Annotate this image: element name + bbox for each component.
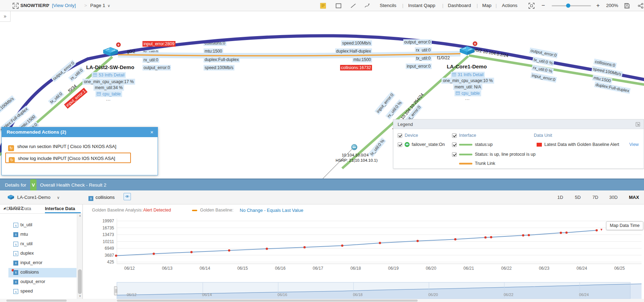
- sidebar-scrollbar[interactable]: ▲ ▼: [77, 213, 82, 299]
- popup-header[interactable]: Recommended Actions (2) ×: [2, 127, 158, 137]
- metric-item-rx_util[interactable]: s rx_util: [0, 240, 77, 249]
- page-chevron-icon[interactable]: ∨: [107, 0, 110, 11]
- alert-plus-badge[interactable]: +: [472, 41, 478, 46]
- svg-text:06/22: 06/22: [504, 293, 513, 297]
- metric-item-output_error[interactable]: x̄ output_error: [0, 277, 77, 287]
- share-icon[interactable]: [638, 3, 644, 9]
- svg-text:06/19: 06/19: [388, 266, 399, 271]
- zoom-slider-thumb[interactable]: [566, 4, 570, 8]
- save-icon[interactable]: [624, 3, 630, 9]
- menu-instant-qapp[interactable]: Instant Qapp: [408, 0, 435, 11]
- svg-text:6949: 6949: [105, 246, 114, 251]
- intfs-detail-link[interactable]: 31 Intfs Detail: [451, 72, 485, 78]
- intfs-detail-link[interactable]: 53 Intfs Detail: [92, 72, 126, 78]
- zoom-in-button[interactable]: +: [596, 0, 600, 11]
- device-more-dots[interactable]: ⋯: [106, 98, 112, 103]
- range-selector-handle[interactable]: [114, 286, 117, 295]
- metric-title: collisions: [95, 194, 115, 201]
- popup-title: Recommended Actions (2): [7, 129, 66, 135]
- green-line-swatch: [459, 144, 472, 146]
- fit-map-icon[interactable]: [13, 3, 19, 9]
- cpu-table-link[interactable]: cpu_table: [95, 91, 122, 97]
- device-more-dots[interactable]: ⋯: [465, 97, 471, 102]
- line-draw-icon[interactable]: [350, 3, 356, 9]
- scrollbar-thumb[interactable]: [117, 300, 418, 302]
- device-mem-label: mem_util:34 %: [93, 85, 124, 91]
- svg-text:06/23: 06/23: [539, 266, 549, 271]
- svg-text:06/15: 06/15: [237, 266, 248, 271]
- scrollbar-thumb[interactable]: [78, 269, 82, 294]
- svg-text:06/20: 06/20: [428, 293, 438, 297]
- menu-map[interactable]: Map: [482, 0, 491, 11]
- collapse-panel-toggle[interactable]: »: [0, 11, 11, 22]
- hsrp-node-icon[interactable]: [351, 144, 357, 150]
- menu-actions[interactable]: Actions: [502, 0, 517, 11]
- action-item[interactable]: ↻show run section INPUT [ Cisco IOS NXOS…: [5, 141, 155, 152]
- svg-text:06/12: 06/12: [127, 293, 137, 297]
- zoom-out-button[interactable]: −: [542, 0, 545, 11]
- svg-text:06/14: 06/14: [202, 293, 212, 297]
- range-7d[interactable]: 7D: [592, 194, 598, 201]
- menu-stencils[interactable]: Stencils: [380, 0, 396, 11]
- curve-connector-icon[interactable]: [364, 3, 370, 9]
- failover-checkbox[interactable]: [398, 142, 402, 147]
- metric-type-icon: x̄: [13, 280, 18, 284]
- cpu-table-link[interactable]: cpu_table: [454, 90, 481, 96]
- status-up-checkbox[interactable]: [452, 142, 457, 147]
- interface-tree-root[interactable]: f1/0/22: [9, 206, 23, 211]
- close-icon[interactable]: ×: [150, 127, 153, 137]
- metric-item-input_error[interactable]: x̄ input_error: [0, 259, 77, 268]
- metric-item-tx_util[interactable]: s tx_util: [0, 221, 77, 230]
- tree-expander-icon[interactable]: ◢: [3, 206, 6, 210]
- device-icon-la-core1[interactable]: [459, 46, 475, 57]
- show-on-map-eye-button[interactable]: [124, 193, 131, 200]
- eye-icon: [125, 195, 130, 198]
- device-name[interactable]: LA-Dist2-SW-Demo: [86, 64, 134, 70]
- menu-dashboard[interactable]: Dashboard: [448, 0, 471, 11]
- link-label-alert: input_error:2809: [142, 41, 175, 47]
- range-1d[interactable]: 1D: [557, 194, 563, 201]
- scroll-down-icon[interactable]: ▼: [79, 295, 81, 298]
- note-icon[interactable]: [320, 3, 326, 9]
- svg-text:06/13: 06/13: [162, 266, 172, 271]
- metric-type-icon: x̄: [13, 270, 18, 275]
- svg-text:16735: 16735: [102, 226, 114, 230]
- range-max[interactable]: MAX: [629, 194, 639, 201]
- legend-failover-label: failover_state:On: [412, 142, 445, 147]
- device-name[interactable]: LA-Core1-Demo: [447, 63, 487, 69]
- device-icon-la-dist2[interactable]: [102, 47, 119, 58]
- tab-interface-data[interactable]: Interface Data: [45, 206, 75, 211]
- green-line-swatch: [459, 154, 472, 155]
- map-data-time-button[interactable]: Map Data Time: [606, 221, 643, 230]
- expand-legend-icon[interactable]: [636, 122, 640, 127]
- zoom-slider-track[interactable]: [552, 5, 591, 6]
- legend-col-device: Device: [405, 133, 418, 138]
- fit-screen-icon[interactable]: [529, 3, 535, 9]
- device-cpu-label: one_min_cpu_usage:17 %: [82, 79, 135, 85]
- collisions-chart: 199971673513473102116949368742506/1206/1…: [83, 204, 644, 299]
- scrollbar-thumb[interactable]: [6, 300, 67, 302]
- legend-trunk-label: Trunk Link: [475, 161, 495, 166]
- metric-item-mtu[interactable]: x̄ mtu: [0, 230, 77, 240]
- app-window: SNOWTIER0 * [View Only] > Page 1 ∨ Stenc…: [0, 0, 644, 302]
- legend-view-link[interactable]: View: [629, 142, 639, 147]
- hsrp-label: HSRP: 21(10.104.10.1): [336, 158, 378, 162]
- metric-item-collisions[interactable]: x̄ collisions: [8, 268, 77, 277]
- status-line-checkbox[interactable]: [452, 152, 457, 157]
- device-checkbox[interactable]: [398, 133, 402, 138]
- interface-checkbox[interactable]: [452, 133, 457, 138]
- page-selector[interactable]: Page 1: [90, 0, 105, 11]
- device-selector[interactable]: LA-Core1-Demo: [17, 194, 51, 201]
- scroll-up-icon[interactable]: ▲: [79, 214, 81, 217]
- range-30d[interactable]: 30D: [609, 194, 618, 201]
- legend-alert-label: Latest Data with Golden Baseline Alert: [544, 142, 619, 147]
- link-label: mtu:1500: [204, 48, 223, 54]
- metric-item-duplex[interactable]: s duplex: [0, 249, 77, 259]
- alert-plus-badge[interactable]: +: [116, 42, 121, 47]
- metric-item-speed[interactable]: s speed: [0, 287, 77, 296]
- svg-text:06/12: 06/12: [124, 266, 135, 271]
- range-5d[interactable]: 5D: [575, 194, 581, 201]
- action-item-selected[interactable]: ↻show log include INPUT [Cisco IOS NXOS …: [5, 153, 131, 163]
- rectangle-shape-icon[interactable]: [336, 3, 341, 9]
- device-selector-chevron-icon[interactable]: ∨: [57, 194, 60, 201]
